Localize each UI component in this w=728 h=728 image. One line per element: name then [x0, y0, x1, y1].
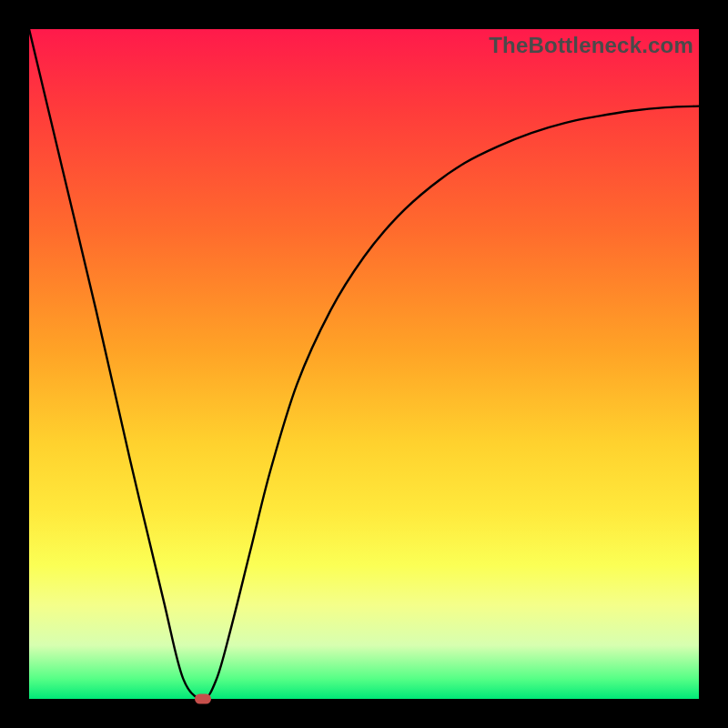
chart-frame: TheBottleneck.com — [0, 0, 728, 728]
watermark-text: TheBottleneck.com — [489, 33, 693, 58]
bottleneck-curve — [29, 29, 699, 699]
optimal-marker — [195, 694, 211, 704]
plot-area: TheBottleneck.com — [29, 29, 699, 699]
